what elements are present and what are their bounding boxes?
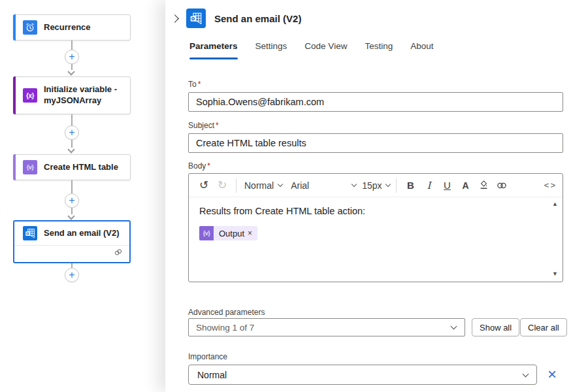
to-input[interactable] bbox=[188, 92, 563, 112]
importance-label: Importance bbox=[188, 352, 227, 361]
bold-button[interactable]: B bbox=[401, 177, 419, 194]
italic-button[interactable]: I bbox=[419, 177, 438, 194]
paragraph-style-dropdown[interactable]: Normal bbox=[244, 180, 282, 191]
chevron-down-icon bbox=[351, 182, 357, 187]
clear-importance-icon[interactable]: × bbox=[543, 363, 561, 385]
required-marker: * bbox=[198, 80, 201, 89]
flow-node-create-html-table[interactable]: {v} Create HTML table bbox=[13, 154, 131, 180]
tab-testing[interactable]: Testing bbox=[365, 41, 393, 59]
rich-text-toolbar: ↺ ↻ Normal Arial 15px B I U A bbox=[189, 174, 563, 197]
collapse-panel-chevron-icon[interactable] bbox=[171, 14, 179, 23]
panel-title: Send an email (V2) bbox=[214, 13, 301, 24]
flow-node-send-email-selected[interactable]: Send an email (V2) bbox=[13, 220, 131, 263]
required-marker: * bbox=[207, 161, 210, 171]
underline-button[interactable]: U bbox=[438, 177, 456, 194]
body-rich-text-editor: ↺ ↻ Normal Arial 15px B I U A bbox=[188, 173, 563, 282]
to-label: To* bbox=[188, 80, 201, 89]
required-marker: * bbox=[216, 121, 219, 130]
code-view-toggle[interactable]: <> bbox=[544, 180, 557, 190]
insert-step-button[interactable]: + bbox=[65, 50, 79, 64]
connection-link-icon[interactable] bbox=[113, 247, 123, 260]
flow-node-recurrence[interactable]: Recurrence bbox=[13, 14, 131, 41]
node-label: Recurrence bbox=[44, 22, 129, 33]
arrow-down-icon bbox=[67, 146, 74, 153]
outlook-icon bbox=[23, 226, 37, 240]
node-footer bbox=[14, 245, 129, 261]
tab-code-view[interactable]: Code View bbox=[304, 41, 347, 59]
flow-connector bbox=[71, 41, 73, 50]
tab-settings[interactable]: Settings bbox=[255, 41, 287, 59]
undo-icon[interactable]: ↺ bbox=[195, 177, 213, 194]
font-color-button[interactable]: A bbox=[456, 177, 474, 194]
node-label: Initialize variable - myJSONArray bbox=[44, 84, 129, 106]
dynamic-content-token[interactable]: {v} Output × bbox=[199, 226, 257, 240]
font-size-dropdown[interactable]: 15px bbox=[362, 180, 390, 191]
body-editor-content[interactable]: Results from Create HTML table action: {… bbox=[189, 197, 563, 282]
flow-canvas: Recurrence + {x} Initialize variable - m… bbox=[0, 0, 165, 392]
chevron-down-icon bbox=[451, 323, 457, 330]
highlight-color-icon[interactable] bbox=[474, 177, 493, 194]
chevron-down-icon bbox=[385, 182, 391, 187]
insert-link-icon[interactable] bbox=[493, 177, 511, 194]
importance-dropdown[interactable]: Normal bbox=[188, 365, 537, 385]
body-label: Body* bbox=[188, 161, 210, 171]
outlook-icon bbox=[186, 8, 206, 28]
recurrence-clock-icon bbox=[23, 20, 37, 35]
clear-all-button[interactable]: Clear all bbox=[520, 318, 567, 336]
body-text-line: Results from Create HTML table action: bbox=[199, 206, 546, 216]
node-accent-bar bbox=[13, 14, 16, 41]
node-accent-bar bbox=[13, 154, 16, 180]
toolbar-divider bbox=[396, 178, 397, 193]
tab-parameters[interactable]: Parameters bbox=[189, 41, 238, 59]
font-family-dropdown[interactable]: Arial bbox=[291, 180, 356, 191]
subject-label: Subject* bbox=[188, 121, 219, 130]
token-label: Output bbox=[219, 229, 244, 238]
remove-token-icon[interactable]: × bbox=[248, 229, 252, 238]
insert-step-button[interactable]: + bbox=[65, 193, 79, 208]
scroll-down-icon[interactable]: ▼ bbox=[552, 270, 558, 277]
insert-step-button[interactable]: + bbox=[65, 125, 79, 140]
redo-icon[interactable]: ↻ bbox=[213, 177, 231, 194]
flow-connector bbox=[71, 180, 73, 193]
flow-connector bbox=[71, 114, 73, 125]
action-panel: Send an email (V2) Parameters Settings C… bbox=[165, 0, 588, 392]
advanced-parameters-label: Advanced parameters bbox=[188, 308, 265, 317]
node-label: Create HTML table bbox=[44, 162, 129, 173]
power-automate-designer: Recurrence + {x} Initialize variable - m… bbox=[0, 0, 588, 392]
tab-about[interactable]: About bbox=[410, 41, 433, 59]
arrow-down-icon bbox=[67, 212, 74, 220]
panel-header: Send an email (V2) bbox=[172, 8, 301, 28]
panel-tabs: Parameters Settings Code View Testing Ab… bbox=[189, 41, 433, 59]
data-operation-icon: {v} bbox=[23, 160, 37, 174]
arrow-down-icon bbox=[67, 68, 74, 75]
flow-connector bbox=[71, 263, 73, 268]
subject-input[interactable] bbox=[188, 133, 563, 153]
chevron-down-icon bbox=[278, 182, 283, 187]
flow-node-initialize-variable[interactable]: {x} Initialize variable - myJSONArray bbox=[13, 76, 131, 114]
advanced-parameters-dropdown[interactable]: Showing 1 of 7 bbox=[188, 318, 465, 336]
chevron-down-icon bbox=[523, 370, 529, 377]
show-all-button[interactable]: Show all bbox=[472, 318, 519, 336]
scroll-up-icon[interactable]: ▲ bbox=[552, 201, 558, 207]
data-operation-icon: {v} bbox=[199, 226, 214, 240]
variable-braces-icon: {x} bbox=[23, 88, 37, 103]
toolbar-divider bbox=[236, 178, 237, 193]
node-accent-bar bbox=[13, 76, 16, 114]
node-label: Send an email (V2) bbox=[44, 228, 129, 239]
active-tab-underline bbox=[189, 57, 238, 59]
insert-step-button[interactable]: + bbox=[65, 268, 79, 282]
